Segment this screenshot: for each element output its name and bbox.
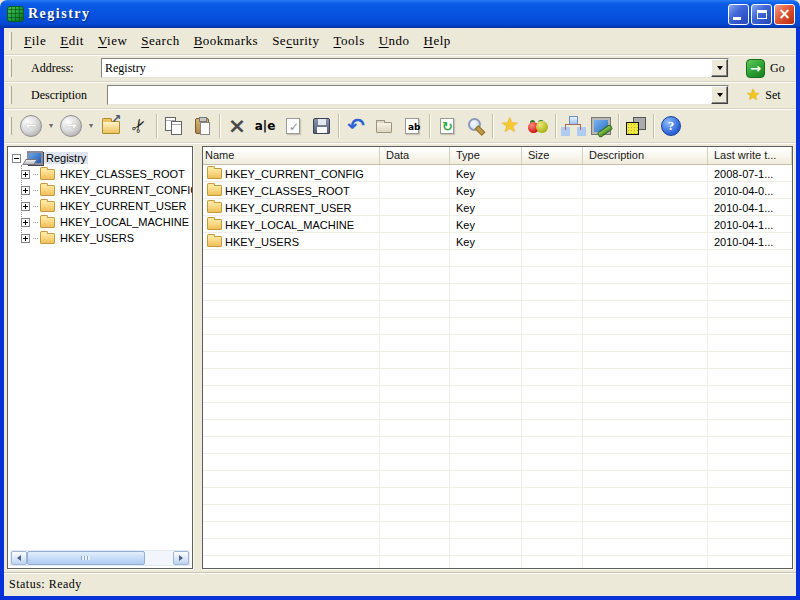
rename-button[interactable]: a|e [251, 112, 279, 140]
list-row-hkey-local-machine[interactable]: HKEY_LOCAL_MACHINE Key 2010-04-1... [203, 216, 792, 233]
back-dropdown[interactable]: ▾ [45, 112, 57, 140]
address-input[interactable]: Registry [102, 59, 711, 77]
list-row-hkey-users[interactable]: HKEY_USERS Key 2010-04-1... [203, 233, 792, 250]
tree-node-label: HKEY_USERS [58, 232, 136, 244]
cell-size [522, 165, 583, 182]
minimize-button[interactable] [728, 4, 749, 25]
app-icon [7, 6, 24, 22]
cell-data [380, 216, 450, 233]
column-header-type[interactable]: Type [450, 147, 522, 165]
expand-icon[interactable] [21, 202, 30, 211]
chevron-down-icon: ▾ [87, 121, 96, 130]
undo-button[interactable]: ↶ [342, 112, 370, 140]
values-list-panel: Name Data Type Size Description Last wri… [202, 146, 793, 569]
permissions-button[interactable] [587, 112, 615, 140]
menu-bookmarks[interactable]: Bookmarks [187, 31, 265, 51]
forward-icon: → [60, 115, 82, 137]
list-row-hkey-classes-root[interactable]: HKEY_CLASSES_ROOT Key 2010-04-0... [203, 182, 792, 199]
menu-bar: File Edit View Search Bookmarks Security… [4, 28, 796, 55]
column-header-data[interactable]: Data [380, 147, 450, 165]
apply-button[interactable] [279, 112, 307, 140]
tree-node-hkey-users[interactable]: HKEY_USERS [12, 230, 192, 246]
menu-view[interactable]: View [91, 31, 134, 51]
menu-help[interactable]: Help [417, 31, 458, 51]
maximize-button[interactable] [751, 4, 772, 25]
panel-splitter[interactable] [193, 145, 202, 570]
magnifier-icon [468, 118, 481, 131]
cell-data [380, 199, 450, 216]
collapse-icon[interactable] [12, 154, 21, 163]
description-label: Description [17, 88, 107, 103]
tree-node-hkey-current-config[interactable]: HKEY_CURRENT_CONFIG [12, 182, 192, 198]
expand-icon[interactable] [21, 218, 30, 227]
folder-icon [40, 169, 55, 180]
descriptionbar-gripper[interactable] [9, 86, 12, 104]
titlebar[interactable]: Registry × [0, 0, 800, 28]
cell-size [522, 216, 583, 233]
new-key-button[interactable] [370, 112, 398, 140]
find-button[interactable] [461, 112, 489, 140]
help-button[interactable]: ? [657, 112, 685, 140]
tree-horizontal-scrollbar[interactable] [10, 550, 190, 566]
cell-name: HKEY_CURRENT_USER [225, 202, 352, 214]
scrollbar-track[interactable] [27, 551, 173, 565]
menu-search[interactable]: Search [134, 31, 186, 51]
description-input[interactable] [108, 86, 711, 104]
new-value-button[interactable] [398, 112, 426, 140]
menu-edit[interactable]: Edit [53, 31, 91, 51]
folder-icon [207, 219, 222, 230]
parent-key-button[interactable] [97, 112, 125, 140]
save-button[interactable] [307, 112, 335, 140]
column-header-name[interactable]: Name [203, 147, 380, 165]
menu-file[interactable]: File [17, 31, 53, 51]
addressbar-gripper[interactable] [9, 59, 12, 77]
list-row-hkey-current-config[interactable]: HKEY_CURRENT_CONFIG Key 2008-07-1... [203, 165, 792, 182]
folder-icon [40, 217, 55, 228]
cell-last-write: 2008-07-1... [708, 165, 792, 182]
menubar-gripper[interactable] [9, 32, 12, 50]
address-dropdown-button[interactable] [711, 59, 728, 77]
scroll-left-button[interactable] [11, 551, 27, 565]
scroll-right-button[interactable] [173, 551, 189, 565]
cell-type: Key [450, 233, 522, 250]
list-body: HKEY_CURRENT_CONFIG Key 2008-07-1... HKE… [203, 165, 792, 568]
menu-undo[interactable]: Undo [372, 31, 417, 51]
list-header: Name Data Type Size Description Last wri… [203, 147, 792, 165]
scrollbar-thumb[interactable] [27, 551, 145, 565]
back-button[interactable]: ← [17, 112, 45, 140]
toolbar-separator [219, 114, 220, 138]
tree-node-hkey-current-user[interactable]: HKEY_CURRENT_USER [12, 198, 192, 214]
menu-security[interactable]: Security [265, 31, 326, 51]
tree-node-registry-root[interactable]: Registry [12, 150, 192, 166]
cut-button[interactable]: ✂ [125, 112, 153, 140]
bookmarks-button[interactable] [524, 112, 552, 140]
cell-last-write: 2010-04-1... [708, 216, 792, 233]
expand-icon[interactable] [21, 234, 30, 243]
description-dropdown-button[interactable] [711, 86, 728, 104]
column-header-size[interactable]: Size [522, 147, 583, 165]
tree-node-hkey-classes-root[interactable]: HKEY_CLASSES_ROOT [12, 166, 192, 182]
paste-button[interactable] [188, 112, 216, 140]
copy-button[interactable] [160, 112, 188, 140]
go-button[interactable]: → Go [743, 58, 788, 79]
tree-node-hkey-local-machine[interactable]: HKEY_LOCAL_MACHINE [12, 214, 192, 230]
close-button[interactable]: × [774, 4, 795, 25]
set-button[interactable]: ★ Set [743, 86, 784, 104]
compare-button[interactable] [622, 112, 650, 140]
add-bookmark-button[interactable]: ★ [496, 112, 524, 140]
refresh-button[interactable] [433, 112, 461, 140]
menu-tools[interactable]: Tools [326, 31, 371, 51]
window-frame: File Edit View Search Bookmarks Security… [0, 28, 800, 600]
star-icon: ★ [501, 115, 520, 136]
delete-button[interactable]: × [223, 112, 251, 140]
column-header-last-write[interactable]: Last write t... [708, 147, 792, 165]
column-header-description[interactable]: Description [583, 147, 708, 165]
forward-dropdown[interactable]: ▾ [85, 112, 97, 140]
remote-registry-button[interactable] [559, 112, 587, 140]
expand-icon[interactable] [21, 186, 30, 195]
copy-icon [165, 117, 183, 134]
toolbar-gripper[interactable] [9, 117, 12, 135]
forward-button[interactable]: → [57, 112, 85, 140]
list-row-hkey-current-user[interactable]: HKEY_CURRENT_USER Key 2010-04-1... [203, 199, 792, 216]
expand-icon[interactable] [21, 170, 30, 179]
